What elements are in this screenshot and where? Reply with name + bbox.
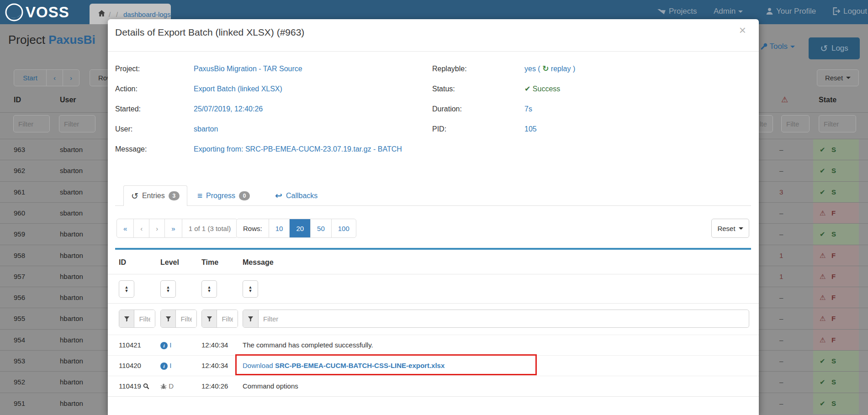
- nav-admin[interactable]: Admin: [714, 7, 743, 16]
- logs-button[interactable]: ↺Logs: [809, 37, 860, 59]
- replay-link[interactable]: replay: [551, 65, 571, 73]
- caret-down-icon: [846, 77, 851, 79]
- page-title: Project PaxusBi: [8, 33, 95, 47]
- started-value[interactable]: 25/07/2019, 12:40:26: [194, 105, 263, 114]
- caret-down-icon: [739, 227, 743, 230]
- nav-logout[interactable]: Logout: [832, 7, 867, 16]
- row-state-cell: ✔S: [813, 139, 859, 160]
- rows-100-button[interactable]: 100: [332, 219, 356, 237]
- tab-callbacks[interactable]: ↩ Callbacks: [275, 185, 318, 206]
- next-page-button[interactable]: ›: [63, 69, 79, 86]
- bg-filter-state[interactable]: Filter: [819, 115, 856, 132]
- row-id-cell: 958: [14, 252, 25, 259]
- row-id-cell: 962: [14, 167, 25, 174]
- bg-filter-warn[interactable]: Filte: [781, 115, 810, 132]
- entry-time: 12:40:26: [201, 382, 228, 390]
- bug-icon: [160, 383, 167, 389]
- filter-time-input[interactable]: [217, 310, 238, 327]
- action-link[interactable]: Export Batch (linked XLSX): [194, 84, 282, 94]
- modal-title: Details of Export Batch (linked XLSX) (#…: [115, 27, 304, 38]
- start-button[interactable]: Start: [14, 69, 47, 86]
- bg-col-state: State: [819, 96, 836, 104]
- state-letter: F: [831, 294, 836, 301]
- prev-page-button[interactable]: ‹: [46, 69, 63, 86]
- state-letter: S: [831, 378, 836, 386]
- filter-level-input[interactable]: [176, 310, 196, 327]
- row-state-cell: ⚠F: [813, 245, 859, 266]
- row-id-cell: 953: [14, 357, 25, 365]
- state-letter: S: [831, 399, 836, 407]
- bg-filter-id[interactable]: Filter: [13, 115, 50, 132]
- replayable-label: Replayble:: [432, 64, 467, 74]
- rows-10-button[interactable]: 10: [269, 219, 290, 237]
- background-reset-button[interactable]: Reset: [817, 69, 859, 86]
- tab-progress[interactable]: ≡ Progress 0: [197, 185, 250, 206]
- filter-id-input[interactable]: [134, 310, 155, 327]
- row-count-cell: –: [779, 357, 783, 365]
- row-id-cell: 961: [14, 188, 25, 196]
- row-count-cell: 1: [779, 252, 783, 259]
- entry-level: D: [160, 382, 174, 390]
- tools-menu[interactable]: Tools: [760, 42, 795, 51]
- tab-entries[interactable]: ↺ Entries 3: [123, 185, 187, 206]
- user-icon: [766, 7, 773, 15]
- row-count-cell: –: [779, 315, 783, 322]
- sort-message[interactable]: ▲▼: [243, 280, 258, 298]
- home-icon[interactable]: [98, 10, 106, 19]
- pid-value[interactable]: 105: [524, 125, 537, 134]
- funnel-icon: [243, 310, 259, 327]
- history-icon: ↺: [820, 43, 828, 54]
- rows-label: Rows:: [237, 219, 269, 237]
- row-count-cell: –: [779, 209, 783, 217]
- first-page-button[interactable]: «: [117, 219, 134, 237]
- rows-20-button[interactable]: 20: [290, 219, 311, 237]
- col-id: ID: [119, 258, 126, 267]
- prev-page-button[interactable]: ‹: [134, 219, 149, 237]
- filter-message-input[interactable]: [259, 310, 747, 327]
- caret-down-icon: [738, 11, 743, 13]
- row-state-cell: ✔S: [813, 182, 859, 203]
- row-count-cell: 1: [779, 273, 783, 280]
- last-page-button[interactable]: »: [165, 219, 182, 237]
- breadcrumb-current[interactable]: dashboard-logs: [123, 11, 170, 18]
- rows-50-button[interactable]: 50: [311, 219, 332, 237]
- entry-time: 12:40:34: [201, 362, 228, 369]
- warning-icon: ⚠: [820, 273, 826, 281]
- progress-count-badge: 0: [239, 191, 250, 200]
- entries-reset-button[interactable]: Reset: [711, 219, 749, 238]
- message-link[interactable]: Exporting from: SRC-PB-EMEA-CUCM-23.07.1…: [194, 145, 402, 154]
- nav-your-profile[interactable]: Your Profile: [766, 7, 816, 16]
- wrench-icon: [760, 42, 767, 50]
- brand-text[interactable]: VOSS: [26, 4, 69, 21]
- row-state-cell: ⚠F: [813, 266, 859, 287]
- row-id-cell: 963: [14, 146, 25, 153]
- bg-filter-user[interactable]: Filter: [59, 115, 95, 132]
- col-message: Message: [243, 258, 274, 267]
- warning-icon: ⚠: [820, 209, 826, 217]
- search-icon[interactable]: [143, 383, 149, 389]
- close-icon[interactable]: ×: [736, 23, 749, 38]
- check-icon: ✔: [820, 378, 826, 386]
- user-value[interactable]: sbarton: [194, 125, 218, 134]
- row-user-cell: hbarton: [60, 357, 83, 365]
- sort-time[interactable]: ▲▼: [201, 280, 217, 298]
- sort-id[interactable]: ▲▼: [119, 280, 134, 298]
- entries-count-badge: 3: [169, 191, 180, 200]
- replayable-value[interactable]: yes ( ↻ replay ): [524, 64, 575, 74]
- state-letter: S: [831, 188, 836, 196]
- row-state-cell: ⚠F: [813, 203, 859, 224]
- sort-level[interactable]: ▲▼: [160, 280, 176, 298]
- next-page-button[interactable]: ›: [149, 219, 165, 237]
- row-state-cell: ✔S: [813, 372, 859, 393]
- project-link[interactable]: PaxusBio Migration - TAR Source: [194, 64, 302, 74]
- col-time: Time: [201, 258, 218, 267]
- duration-value[interactable]: 7s: [524, 105, 532, 114]
- warning-icon: ⚠: [820, 252, 826, 260]
- check-icon: ✔: [820, 188, 826, 196]
- row-user-cell: sbarton: [60, 209, 83, 217]
- divider: [108, 51, 759, 52]
- row-count-cell: –: [779, 336, 783, 344]
- message-label: Message:: [115, 145, 147, 154]
- breadcrumb-separator: /: [116, 11, 118, 18]
- nav-projects[interactable]: Projects: [657, 7, 697, 16]
